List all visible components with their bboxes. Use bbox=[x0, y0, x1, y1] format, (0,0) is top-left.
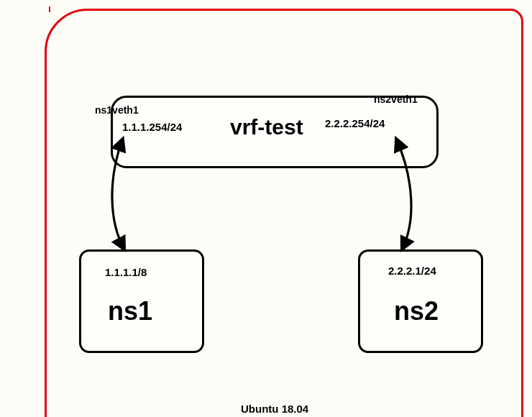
iface-right-name: ns2veth1 bbox=[374, 93, 418, 105]
host-boundary bbox=[45, 9, 523, 417]
vrf-title: vrf-test bbox=[230, 115, 303, 139]
iface-left-ip: 1.1.1.254/24 bbox=[122, 121, 182, 133]
diagram-canvas: vrf-test ns1veth1 1.1.1.254/24 ns2veth1 … bbox=[0, 0, 532, 417]
iface-left-name: ns1veth1 bbox=[95, 104, 139, 116]
iface-right-ip: 2.2.2.254/24 bbox=[325, 117, 385, 129]
os-label: Ubuntu 18.04 bbox=[241, 403, 308, 415]
ns1-title: ns1 bbox=[108, 296, 152, 326]
ns2-ip: 2.2.2.1/24 bbox=[388, 265, 436, 277]
ns2-title: ns2 bbox=[394, 296, 439, 326]
ns1-ip: 1.1.1.1/8 bbox=[105, 266, 147, 278]
